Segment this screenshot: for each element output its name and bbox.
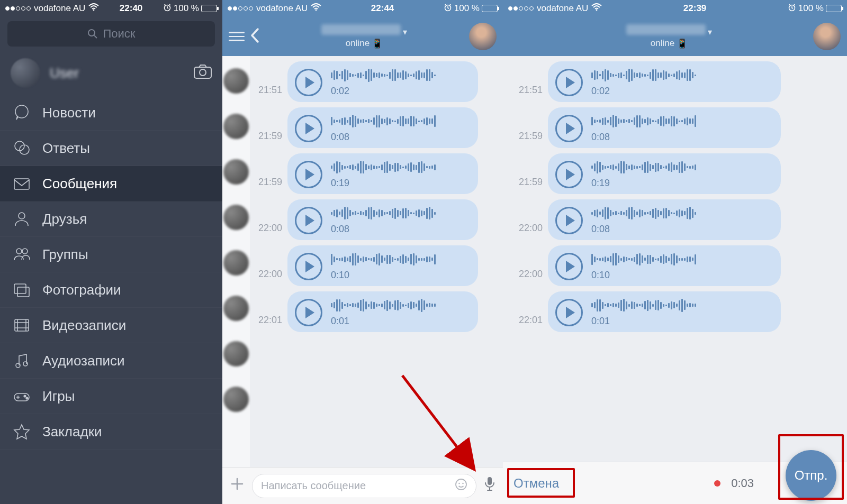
menu-item-music[interactable]: Аудиозаписи bbox=[0, 343, 222, 379]
play-icon[interactable] bbox=[555, 253, 583, 280]
voice-message: 22:000:10 bbox=[253, 245, 498, 286]
signal-icon bbox=[508, 6, 534, 11]
back-icon[interactable] bbox=[250, 25, 259, 48]
menu-label: Новости bbox=[42, 105, 96, 121]
menu-item-star[interactable]: Закладки bbox=[0, 414, 222, 450]
profile-name: User bbox=[50, 65, 184, 81]
bubbles-icon bbox=[13, 139, 31, 157]
menu-item-film[interactable]: Видеозаписи bbox=[0, 308, 222, 343]
chat-title[interactable]: ▾ online 📱 bbox=[509, 24, 808, 49]
waveform[interactable] bbox=[591, 68, 770, 83]
profile-row[interactable]: User bbox=[0, 51, 222, 95]
voice-bubble[interactable]: 0:01 bbox=[287, 291, 478, 332]
messages-list[interactable]: 21:510:0221:590:0821:590:1922:000:0822:0… bbox=[250, 56, 503, 467]
svg-point-4 bbox=[200, 69, 206, 76]
mobile-icon: 📱 bbox=[677, 38, 688, 49]
chat-title[interactable]: ▾ online 📱 bbox=[265, 24, 464, 49]
play-icon[interactable] bbox=[295, 207, 322, 234]
attach-icon[interactable] bbox=[230, 476, 245, 496]
clock: 22:44 bbox=[371, 3, 394, 14]
waveform[interactable] bbox=[331, 114, 467, 129]
send-button[interactable]: Отпр. bbox=[786, 450, 836, 501]
message-placeholder: Написать сообщение bbox=[261, 480, 366, 492]
voice-bubble[interactable]: 0:10 bbox=[287, 245, 478, 286]
voice-bubble[interactable]: 0:02 bbox=[287, 61, 478, 102]
duration: 0:08 bbox=[591, 132, 770, 143]
menu-icon[interactable] bbox=[229, 32, 245, 41]
menu-item-photos[interactable]: Фотографии bbox=[0, 272, 222, 308]
chat-avatar[interactable] bbox=[813, 23, 841, 50]
play-icon[interactable] bbox=[295, 299, 322, 326]
voice-message: 21:590:08 bbox=[253, 107, 498, 148]
menu-item-bubble[interactable]: Новости bbox=[0, 95, 222, 131]
battery-icon bbox=[201, 5, 217, 12]
play-icon[interactable] bbox=[555, 207, 583, 234]
voice-bubble[interactable]: 0:08 bbox=[287, 199, 478, 240]
online-status: online bbox=[346, 38, 370, 49]
voice-bubble[interactable]: 0:19 bbox=[548, 153, 781, 194]
voice-bubble[interactable]: 0:08 bbox=[548, 199, 781, 240]
voice-bubble[interactable]: 0:19 bbox=[287, 153, 478, 194]
gamepad-icon bbox=[13, 387, 31, 405]
play-icon[interactable] bbox=[295, 115, 322, 142]
search-input[interactable]: Поиск bbox=[7, 21, 215, 47]
svg-point-11 bbox=[22, 249, 28, 254]
play-icon[interactable] bbox=[555, 161, 583, 188]
film-icon bbox=[13, 316, 31, 334]
conversations-sliver[interactable] bbox=[222, 56, 250, 467]
emoji-icon[interactable] bbox=[455, 478, 467, 494]
message-input[interactable]: Написать сообщение bbox=[252, 474, 476, 498]
chat-header: ▾ online 📱 bbox=[503, 17, 847, 56]
waveform[interactable] bbox=[591, 114, 770, 129]
menu-item-bubbles[interactable]: Ответы bbox=[0, 131, 222, 166]
microphone-icon[interactable] bbox=[484, 476, 495, 496]
play-icon[interactable] bbox=[555, 115, 583, 142]
waveform[interactable] bbox=[331, 206, 467, 221]
menu-item-person[interactable]: Друзья bbox=[0, 201, 222, 237]
waveform[interactable] bbox=[591, 206, 770, 221]
voice-bubble[interactable]: 0:08 bbox=[287, 107, 478, 148]
waveform[interactable] bbox=[591, 160, 770, 175]
waveform[interactable] bbox=[331, 298, 467, 313]
voice-bubble[interactable]: 0:02 bbox=[548, 61, 781, 102]
menu-label: Фотографии bbox=[42, 282, 121, 298]
cancel-button[interactable]: Отмена bbox=[513, 476, 559, 491]
svg-rect-12 bbox=[14, 284, 26, 294]
people-icon bbox=[13, 245, 31, 263]
voice-bubble[interactable]: 0:10 bbox=[548, 245, 781, 286]
message-time: 21:59 bbox=[513, 177, 543, 194]
waveform[interactable] bbox=[331, 160, 467, 175]
camera-icon[interactable] bbox=[194, 64, 212, 83]
alarm-icon bbox=[163, 3, 172, 14]
menu-item-envelope[interactable]: Сообщения bbox=[0, 166, 222, 201]
duration: 0:08 bbox=[591, 224, 770, 235]
play-icon[interactable] bbox=[555, 299, 583, 326]
duration: 0:19 bbox=[591, 178, 770, 189]
play-icon[interactable] bbox=[295, 253, 322, 280]
waveform[interactable] bbox=[331, 68, 467, 83]
svg-point-9 bbox=[19, 213, 25, 219]
voice-message: 21:510:02 bbox=[253, 61, 498, 102]
play-icon[interactable] bbox=[295, 161, 322, 188]
messages-list[interactable]: 21:510:0221:590:0821:590:1922:000:0822:0… bbox=[503, 56, 847, 462]
play-icon[interactable] bbox=[295, 69, 322, 96]
menu-item-gamepad[interactable]: Игры bbox=[0, 379, 222, 414]
svg-point-22 bbox=[456, 479, 466, 490]
svg-point-18 bbox=[24, 395, 26, 397]
duration: 0:10 bbox=[591, 270, 770, 281]
chat-avatar[interactable] bbox=[469, 23, 497, 50]
waveform[interactable] bbox=[591, 252, 770, 267]
svg-point-19 bbox=[26, 397, 28, 399]
waveform[interactable] bbox=[331, 252, 467, 267]
voice-message: 22:000:10 bbox=[513, 245, 842, 286]
waveform[interactable] bbox=[591, 298, 770, 313]
svg-rect-13 bbox=[17, 287, 29, 297]
menu-label: Друзья bbox=[42, 211, 87, 227]
voice-bubble[interactable]: 0:01 bbox=[548, 291, 781, 332]
voice-bubble[interactable]: 0:08 bbox=[548, 107, 781, 148]
menu-item-people[interactable]: Группы bbox=[0, 237, 222, 272]
sidebar-panel: vodafone AU 22:40 100 % Поиск User Новос… bbox=[0, 0, 222, 504]
search-placeholder: Поиск bbox=[103, 27, 136, 41]
play-icon[interactable] bbox=[555, 69, 583, 96]
duration: 0:08 bbox=[331, 132, 467, 143]
